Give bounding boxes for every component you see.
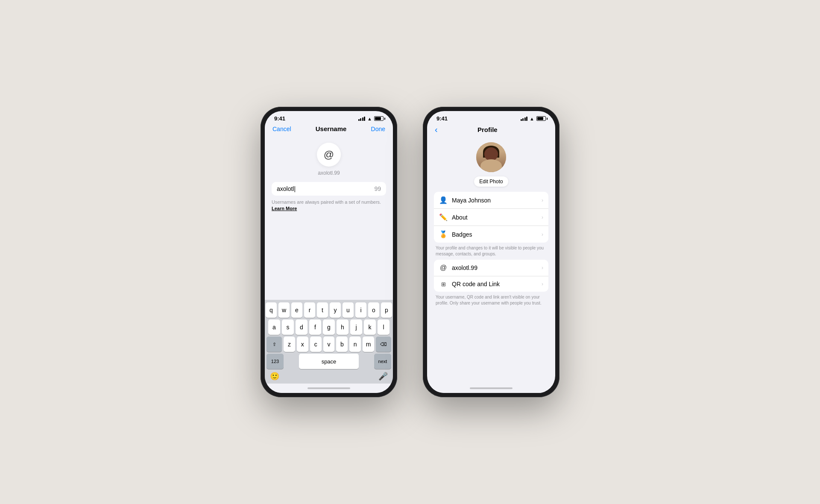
key-e[interactable]: e (291, 302, 302, 318)
hint-text: Usernames are always paired with a set o… (272, 199, 381, 205)
username-input-row[interactable]: axolotl| 99 (272, 182, 386, 196)
username-display: axolotl.99 (318, 170, 340, 176)
nav-bar-right: ‹ Profile (427, 123, 555, 137)
about-label: About (452, 214, 537, 221)
qr-row[interactable]: ⊞ QR code and Link › (434, 276, 548, 292)
key-h[interactable]: h (337, 319, 348, 335)
about-row[interactable]: ✏️ About › (434, 209, 548, 226)
key-g[interactable]: g (323, 319, 335, 335)
keyboard-accessories: 🙂 🎤 (266, 371, 391, 382)
name-chevron: › (542, 197, 543, 203)
badge-icon: 🏅 (439, 230, 448, 238)
username-number-suffix: 99 (374, 185, 381, 192)
username-row[interactable]: @ axolotl.99 › (434, 260, 548, 276)
status-time-right: 9:41 (436, 115, 448, 122)
key-l[interactable]: l (378, 319, 390, 335)
profile-hint: Your profile and changes to it will be v… (434, 245, 548, 260)
name-label: Maya Johnson (452, 197, 537, 204)
signal-icon-left (358, 117, 366, 121)
battery-icon-right (536, 116, 546, 121)
status-time-left: 9:41 (274, 115, 285, 122)
key-s[interactable]: s (282, 319, 294, 335)
key-j[interactable]: j (350, 319, 362, 335)
key-d[interactable]: d (296, 319, 308, 335)
key-w[interactable]: w (278, 302, 290, 318)
home-bar-left (308, 387, 350, 389)
key-q[interactable]: q (266, 302, 277, 318)
keyboard: q w e r t y u i o p a s d f g h j k (265, 300, 393, 384)
key-u[interactable]: u (343, 302, 354, 318)
status-bar-right: 9:41 ▲ (427, 111, 555, 123)
at-symbol-icon: @ (324, 149, 334, 161)
edit-photo-button[interactable]: Edit Photo (474, 176, 508, 187)
username-hint: Usernames are always paired with a set o… (272, 199, 386, 212)
at-icon: @ (439, 264, 448, 272)
key-b[interactable]: b (336, 337, 348, 352)
qr-chevron: › (542, 281, 543, 287)
home-bar-right (470, 387, 512, 389)
key-n[interactable]: n (349, 337, 361, 352)
emoji-button[interactable]: 🙂 (270, 372, 279, 381)
learn-more-link[interactable]: Learn More (272, 206, 297, 211)
username-content: @ axolotl.99 axolotl| 99 Usernames are a… (265, 136, 393, 300)
key-c[interactable]: c (310, 337, 322, 352)
username-input[interactable]: axolotl| (277, 185, 374, 192)
done-button[interactable]: Done (371, 126, 385, 132)
badges-chevron: › (542, 231, 543, 237)
key-m[interactable]: m (363, 337, 374, 352)
person-icon: 👤 (439, 196, 448, 204)
profile-content: Edit Photo 👤 Maya Johnson › ✏️ About › (427, 137, 555, 384)
key-p[interactable]: p (381, 302, 392, 318)
pencil-icon: ✏️ (439, 213, 448, 221)
delete-key[interactable]: ⌫ (376, 337, 391, 352)
key-i[interactable]: i (355, 302, 366, 318)
home-indicator-right (427, 384, 555, 393)
key-r[interactable]: r (304, 302, 315, 318)
next-key[interactable]: next (374, 354, 391, 369)
qr-icon: ⊞ (439, 281, 448, 287)
username-section: @ axolotl.99 › ⊞ QR code and Link › (434, 260, 548, 292)
status-icons-left: ▲ (358, 116, 384, 121)
at-icon-container: @ (317, 143, 341, 167)
badges-label: Badges (452, 231, 537, 238)
key-y[interactable]: y (330, 302, 341, 318)
key-a[interactable]: a (268, 319, 280, 335)
keyboard-row-1: q w e r t y u i o p (266, 302, 391, 318)
username-chevron: › (542, 265, 543, 271)
username-nav-title: Username (316, 125, 347, 132)
avatar-image (476, 142, 506, 172)
key-o[interactable]: o (368, 302, 379, 318)
wifi-icon-left: ▲ (367, 116, 372, 121)
qr-label: QR code and Link (452, 281, 537, 287)
mic-button[interactable]: 🎤 (378, 372, 388, 381)
status-bar-left: 9:41 ▲ (265, 111, 393, 123)
wifi-icon-right: ▲ (530, 116, 534, 121)
status-icons-right: ▲ (521, 116, 546, 121)
battery-icon-left (374, 116, 384, 121)
space-key[interactable]: space (299, 354, 359, 369)
keyboard-row-2: a s d f g h j k l (266, 319, 391, 335)
key-z[interactable]: z (284, 337, 295, 352)
phone-left: 9:41 ▲ Cancel Username Done @ axolotl.99 (261, 107, 397, 397)
numbers-key[interactable]: 123 (266, 354, 284, 369)
key-x[interactable]: x (297, 337, 308, 352)
keyboard-row-3: ⇧ z x c v b n m ⌫ (266, 337, 391, 352)
username-row-label: axolotl.99 (452, 264, 537, 271)
phone-left-screen: 9:41 ▲ Cancel Username Done @ axolotl.99 (265, 111, 393, 393)
key-k[interactable]: k (364, 319, 376, 335)
key-f[interactable]: f (309, 319, 321, 335)
cancel-button[interactable]: Cancel (272, 126, 291, 132)
back-button[interactable]: ‹ (435, 125, 438, 134)
badges-row[interactable]: 🏅 Badges › (434, 226, 548, 243)
signal-icon-right (521, 117, 528, 121)
phone-right: 9:41 ▲ ‹ Profile (423, 107, 559, 397)
avatar (476, 142, 506, 172)
name-row[interactable]: 👤 Maya Johnson › (434, 192, 548, 209)
avatar-body (480, 159, 502, 172)
avatar-container (476, 142, 506, 172)
shift-key[interactable]: ⇧ (266, 337, 282, 352)
key-v[interactable]: v (323, 337, 335, 352)
key-t[interactable]: t (317, 302, 328, 318)
about-chevron: › (542, 214, 543, 220)
phone-right-screen: 9:41 ▲ ‹ Profile (427, 111, 555, 393)
